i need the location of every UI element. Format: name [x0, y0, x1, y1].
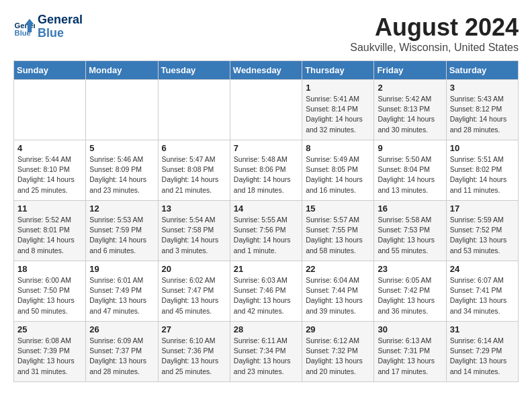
- day-number: 13: [162, 203, 226, 214]
- day-info: Sunrise: 6:11 AM Sunset: 7:34 PM Dayligh…: [234, 336, 298, 377]
- logo-text: General Blue: [38, 13, 83, 40]
- day-number: 20: [162, 264, 226, 274]
- weekday-header: Sunday: [14, 61, 86, 80]
- day-info: Sunrise: 5:49 AM Sunset: 8:05 PM Dayligh…: [306, 154, 370, 195]
- day-number: 9: [378, 143, 442, 153]
- calendar-cell: [230, 80, 302, 140]
- calendar-cell: 8Sunrise: 5:49 AM Sunset: 8:05 PM Daylig…: [302, 140, 374, 201]
- weekday-header: Tuesday: [158, 61, 230, 80]
- day-info: Sunrise: 5:44 AM Sunset: 8:10 PM Dayligh…: [17, 154, 82, 195]
- calendar-cell: 5Sunrise: 5:46 AM Sunset: 8:09 PM Daylig…: [86, 140, 158, 201]
- calendar-cell: [14, 80, 86, 140]
- calendar-table: SundayMondayTuesdayWednesdayThursdayFrid…: [13, 60, 519, 382]
- calendar-cell: 13Sunrise: 5:54 AM Sunset: 7:58 PM Dayli…: [158, 201, 230, 261]
- calendar-subtitle: Saukville, Wisconsin, United States: [350, 42, 519, 54]
- calendar-cell: 31Sunrise: 6:14 AM Sunset: 7:29 PM Dayli…: [446, 322, 518, 382]
- day-number: 24: [450, 264, 515, 274]
- day-number: 26: [89, 324, 154, 334]
- day-number: 16: [378, 203, 442, 214]
- day-info: Sunrise: 6:08 AM Sunset: 7:39 PM Dayligh…: [17, 336, 82, 377]
- calendar-cell: 25Sunrise: 6:08 AM Sunset: 7:39 PM Dayli…: [14, 322, 86, 382]
- weekday-header-row: SundayMondayTuesdayWednesdayThursdayFrid…: [14, 61, 519, 80]
- day-info: Sunrise: 6:00 AM Sunset: 7:50 PM Dayligh…: [17, 275, 82, 316]
- logo-line2: Blue: [38, 27, 83, 40]
- calendar-cell: 18Sunrise: 6:00 AM Sunset: 7:50 PM Dayli…: [14, 261, 86, 322]
- weekday-header: Thursday: [302, 61, 374, 80]
- day-number: 4: [17, 143, 82, 153]
- calendar-cell: 7Sunrise: 5:48 AM Sunset: 8:06 PM Daylig…: [230, 140, 302, 201]
- day-number: 2: [378, 83, 442, 93]
- day-number: 12: [89, 203, 154, 214]
- day-info: Sunrise: 5:42 AM Sunset: 8:13 PM Dayligh…: [378, 94, 442, 135]
- day-number: 27: [162, 324, 226, 334]
- calendar-cell: 12Sunrise: 5:53 AM Sunset: 7:59 PM Dayli…: [86, 201, 158, 261]
- calendar-cell: 10Sunrise: 5:51 AM Sunset: 8:02 PM Dayli…: [446, 140, 518, 201]
- calendar-week-row: 4Sunrise: 5:44 AM Sunset: 8:10 PM Daylig…: [14, 140, 519, 201]
- day-info: Sunrise: 5:47 AM Sunset: 8:08 PM Dayligh…: [162, 154, 226, 195]
- day-number: 31: [450, 324, 515, 334]
- day-number: 11: [17, 203, 82, 214]
- day-info: Sunrise: 6:14 AM Sunset: 7:29 PM Dayligh…: [450, 336, 515, 377]
- day-number: 18: [17, 264, 82, 274]
- calendar-cell: 9Sunrise: 5:50 AM Sunset: 8:04 PM Daylig…: [374, 140, 446, 201]
- calendar-week-row: 1Sunrise: 5:41 AM Sunset: 8:14 PM Daylig…: [14, 80, 519, 140]
- day-number: 22: [306, 264, 370, 274]
- calendar-cell: 2Sunrise: 5:42 AM Sunset: 8:13 PM Daylig…: [374, 80, 446, 140]
- calendar-cell: 26Sunrise: 6:09 AM Sunset: 7:37 PM Dayli…: [86, 322, 158, 382]
- day-number: 19: [89, 264, 154, 274]
- day-info: Sunrise: 6:04 AM Sunset: 7:44 PM Dayligh…: [306, 275, 370, 316]
- day-number: 25: [17, 324, 82, 334]
- day-number: 10: [450, 143, 515, 153]
- day-info: Sunrise: 5:57 AM Sunset: 7:55 PM Dayligh…: [306, 215, 370, 256]
- day-info: Sunrise: 5:41 AM Sunset: 8:14 PM Dayligh…: [306, 94, 370, 135]
- calendar-cell: 29Sunrise: 6:12 AM Sunset: 7:32 PM Dayli…: [302, 322, 374, 382]
- calendar-week-row: 25Sunrise: 6:08 AM Sunset: 7:39 PM Dayli…: [14, 322, 519, 382]
- day-info: Sunrise: 5:46 AM Sunset: 8:09 PM Dayligh…: [89, 154, 154, 195]
- day-info: Sunrise: 6:12 AM Sunset: 7:32 PM Dayligh…: [306, 336, 370, 377]
- day-info: Sunrise: 5:43 AM Sunset: 8:12 PM Dayligh…: [450, 94, 515, 135]
- day-number: 23: [378, 264, 442, 274]
- day-info: Sunrise: 6:13 AM Sunset: 7:31 PM Dayligh…: [378, 336, 442, 377]
- day-number: 1: [306, 83, 370, 93]
- day-info: Sunrise: 5:53 AM Sunset: 7:59 PM Dayligh…: [89, 215, 154, 256]
- weekday-header: Friday: [374, 61, 446, 80]
- calendar-cell: 23Sunrise: 6:05 AM Sunset: 7:42 PM Dayli…: [374, 261, 446, 322]
- day-info: Sunrise: 6:10 AM Sunset: 7:36 PM Dayligh…: [162, 336, 226, 377]
- calendar-cell: 11Sunrise: 5:52 AM Sunset: 8:01 PM Dayli…: [14, 201, 86, 261]
- day-number: 8: [306, 143, 370, 153]
- calendar-week-row: 11Sunrise: 5:52 AM Sunset: 8:01 PM Dayli…: [14, 201, 519, 261]
- logo: General Blue General Blue: [13, 13, 83, 40]
- calendar-cell: [158, 80, 230, 140]
- calendar-cell: 3Sunrise: 5:43 AM Sunset: 8:12 PM Daylig…: [446, 80, 518, 140]
- day-number: 3: [450, 83, 515, 93]
- day-number: 17: [450, 203, 515, 214]
- calendar-week-row: 18Sunrise: 6:00 AM Sunset: 7:50 PM Dayli…: [14, 261, 519, 322]
- day-info: Sunrise: 6:09 AM Sunset: 7:37 PM Dayligh…: [89, 336, 154, 377]
- day-info: Sunrise: 5:52 AM Sunset: 8:01 PM Dayligh…: [17, 215, 82, 256]
- title-block: August 2024 Saukville, Wisconsin, United…: [350, 13, 519, 54]
- day-number: 7: [234, 143, 298, 153]
- calendar-cell: 21Sunrise: 6:03 AM Sunset: 7:46 PM Dayli…: [230, 261, 302, 322]
- day-number: 28: [234, 324, 298, 334]
- day-info: Sunrise: 6:07 AM Sunset: 7:41 PM Dayligh…: [450, 275, 515, 316]
- calendar-title: August 2024: [350, 13, 519, 42]
- page-header: General Blue General Blue August 2024 Sa…: [13, 13, 519, 54]
- day-info: Sunrise: 5:58 AM Sunset: 7:53 PM Dayligh…: [378, 215, 442, 256]
- calendar-cell: 20Sunrise: 6:02 AM Sunset: 7:47 PM Dayli…: [158, 261, 230, 322]
- calendar-cell: 28Sunrise: 6:11 AM Sunset: 7:34 PM Dayli…: [230, 322, 302, 382]
- day-info: Sunrise: 5:50 AM Sunset: 8:04 PM Dayligh…: [378, 154, 442, 195]
- day-number: 30: [378, 324, 442, 334]
- day-info: Sunrise: 6:05 AM Sunset: 7:42 PM Dayligh…: [378, 275, 442, 316]
- calendar-cell: 22Sunrise: 6:04 AM Sunset: 7:44 PM Dayli…: [302, 261, 374, 322]
- day-number: 14: [234, 203, 298, 214]
- calendar-cell: 19Sunrise: 6:01 AM Sunset: 7:49 PM Dayli…: [86, 261, 158, 322]
- day-info: Sunrise: 5:51 AM Sunset: 8:02 PM Dayligh…: [450, 154, 515, 195]
- day-number: 6: [162, 143, 226, 153]
- weekday-header: Saturday: [446, 61, 518, 80]
- calendar-cell: 17Sunrise: 5:59 AM Sunset: 7:52 PM Dayli…: [446, 201, 518, 261]
- calendar-cell: 4Sunrise: 5:44 AM Sunset: 8:10 PM Daylig…: [14, 140, 86, 201]
- day-info: Sunrise: 6:01 AM Sunset: 7:49 PM Dayligh…: [89, 275, 154, 316]
- calendar-cell: 6Sunrise: 5:47 AM Sunset: 8:08 PM Daylig…: [158, 140, 230, 201]
- day-info: Sunrise: 6:02 AM Sunset: 7:47 PM Dayligh…: [162, 275, 226, 316]
- calendar-cell: 15Sunrise: 5:57 AM Sunset: 7:55 PM Dayli…: [302, 201, 374, 261]
